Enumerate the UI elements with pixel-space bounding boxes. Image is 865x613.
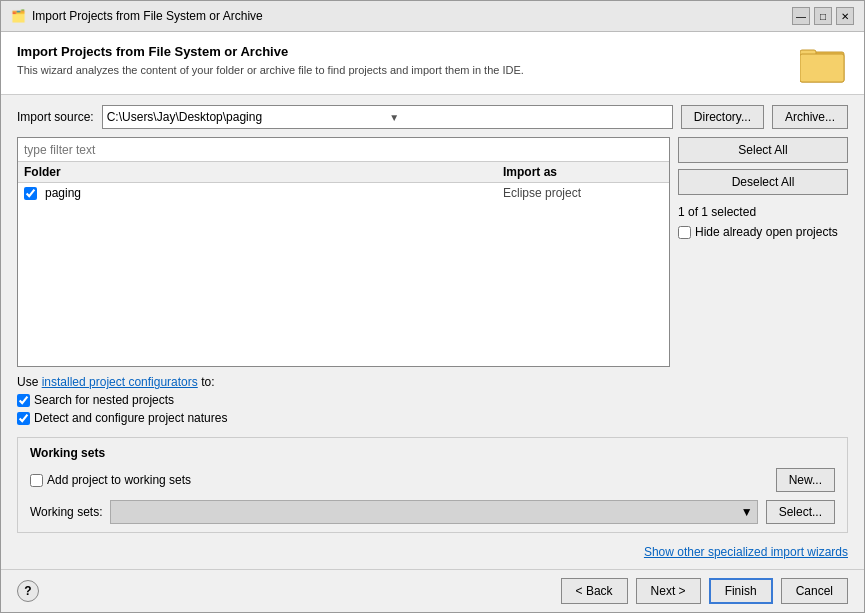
main-area: Import source: C:\Users\Jay\Desktop\pagi… xyxy=(1,95,864,569)
combo-arrow-icon: ▼ xyxy=(385,112,668,123)
col-import-as-header: Import as xyxy=(503,165,663,179)
import-source-label: Import source: xyxy=(17,110,94,124)
header-folder-icon xyxy=(800,44,848,84)
search-nested-checkbox[interactable] xyxy=(17,394,30,407)
working-sets-title: Working sets xyxy=(30,446,835,460)
hide-open-checkbox[interactable] xyxy=(678,226,691,239)
search-nested-row: Search for nested projects xyxy=(17,393,848,407)
back-button[interactable]: < Back xyxy=(561,578,628,604)
show-wizard-link-row: Show other specialized import wizards xyxy=(17,545,848,559)
cancel-button[interactable]: Cancel xyxy=(781,578,848,604)
title-bar: 🗂️ Import Projects from File System or A… xyxy=(1,1,864,32)
maximize-button[interactable]: □ xyxy=(814,7,832,25)
add-to-working-sets-label: Add project to working sets xyxy=(47,473,191,487)
option-link-row: Use installed project configurators to: xyxy=(17,375,848,389)
table-body: paging Eclipse project xyxy=(18,183,669,366)
title-bar-icon: 🗂️ xyxy=(11,9,26,23)
row-folder: paging xyxy=(24,186,503,200)
installed-configurators-link[interactable]: installed project configurators xyxy=(42,375,198,389)
import-source-combo[interactable]: C:\Users\Jay\Desktop\paging ▼ xyxy=(102,105,673,129)
hide-open-label: Hide already open projects xyxy=(695,225,838,239)
hide-open-row: Hide already open projects xyxy=(678,225,848,239)
help-button[interactable]: ? xyxy=(17,580,39,602)
add-to-working-sets-checkbox[interactable] xyxy=(30,474,43,487)
working-sets-input-row: Working sets: ▼ Select... xyxy=(30,500,835,524)
filter-input[interactable] xyxy=(18,138,669,162)
projects-right: Select All Deselect All 1 of 1 selected … xyxy=(678,137,848,367)
show-wizard-link[interactable]: Show other specialized import wizards xyxy=(644,545,848,559)
import-source-row: Import source: C:\Users\Jay\Desktop\pagi… xyxy=(17,105,848,129)
deselect-all-button[interactable]: Deselect All xyxy=(678,169,848,195)
row-checkbox[interactable] xyxy=(24,187,37,200)
finish-button[interactable]: Finish xyxy=(709,578,773,604)
suffix-text: to: xyxy=(201,375,214,389)
bottom-bar: ? < Back Next > Finish Cancel xyxy=(1,569,864,612)
projects-table: Folder Import as paging Eclipse project xyxy=(17,137,670,367)
import-source-value: C:\Users\Jay\Desktop\paging xyxy=(107,110,386,124)
working-sets-combo[interactable]: ▼ xyxy=(110,500,757,524)
header-title: Import Projects from File System or Arch… xyxy=(17,44,790,59)
options-section: Use installed project configurators to: … xyxy=(17,375,848,425)
title-bar-left: 🗂️ Import Projects from File System or A… xyxy=(11,9,263,23)
col-folder-header: Folder xyxy=(24,165,503,179)
next-button[interactable]: Next > xyxy=(636,578,701,604)
detect-natures-label: Detect and configure project natures xyxy=(34,411,227,425)
header-text: Import Projects from File System or Arch… xyxy=(17,44,790,78)
row-folder-name: paging xyxy=(45,186,81,200)
search-nested-label: Search for nested projects xyxy=(34,393,174,407)
dialog-window: 🗂️ Import Projects from File System or A… xyxy=(0,0,865,613)
table-header: Folder Import as xyxy=(18,162,669,183)
minimize-button[interactable]: — xyxy=(792,7,810,25)
prefix-text: Use xyxy=(17,375,38,389)
projects-area: Folder Import as paging Eclipse project … xyxy=(17,137,848,367)
row-import-as: Eclipse project xyxy=(503,186,663,200)
select-working-sets-button[interactable]: Select... xyxy=(766,500,835,524)
archive-button[interactable]: Archive... xyxy=(772,105,848,129)
header-description: This wizard analyzes the content of your… xyxy=(17,63,790,78)
close-button[interactable]: ✕ xyxy=(836,7,854,25)
svg-rect-3 xyxy=(800,54,844,82)
working-sets-input-label: Working sets: xyxy=(30,505,102,519)
detect-natures-row: Detect and configure project natures xyxy=(17,411,848,425)
working-sets-add-row: Add project to working sets New... xyxy=(30,468,835,492)
bottom-right: < Back Next > Finish Cancel xyxy=(561,578,848,604)
detect-natures-checkbox[interactable] xyxy=(17,412,30,425)
directory-button[interactable]: Directory... xyxy=(681,105,764,129)
title-bar-text: Import Projects from File System or Arch… xyxy=(32,9,263,23)
working-sets-combo-arrow: ▼ xyxy=(741,505,753,519)
new-working-set-button[interactable]: New... xyxy=(776,468,835,492)
table-row[interactable]: paging Eclipse project xyxy=(18,183,669,203)
working-sets-section: Working sets Add project to working sets… xyxy=(17,437,848,533)
bottom-left: ? xyxy=(17,580,39,602)
header-section: Import Projects from File System or Arch… xyxy=(1,32,864,95)
title-bar-controls: — □ ✕ xyxy=(792,7,854,25)
selected-count: 1 of 1 selected xyxy=(678,205,848,219)
select-all-button[interactable]: Select All xyxy=(678,137,848,163)
